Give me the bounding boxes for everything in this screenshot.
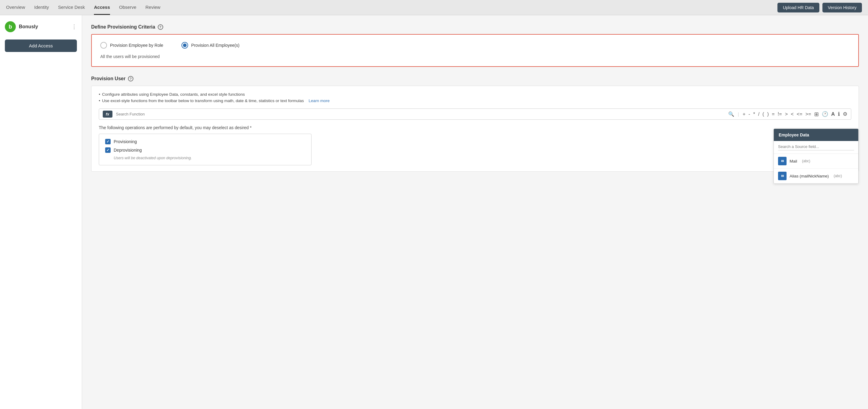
nav-items: Overview Identity Service Desk Access Ob…	[6, 0, 777, 15]
settings-icon[interactable]: ⚙	[843, 111, 847, 117]
alias-field-type: (abc)	[834, 174, 842, 178]
provision-all-employees-label: Provision All Employee(s)	[191, 43, 240, 48]
info-icon[interactable]: ℹ	[838, 111, 840, 117]
op-greater-eq[interactable]: >=	[805, 112, 811, 117]
provision-all-employees-option[interactable]: Provision All Employee(s)	[181, 42, 240, 49]
deprovisioning-checkbox-row: Deprovisioning	[105, 147, 305, 153]
bullet-item-2: Use excel-style functions from the toolb…	[99, 98, 851, 103]
grid-table-icon[interactable]: ⊞	[814, 111, 819, 118]
provision-by-role-option[interactable]: Provision Employee by Role	[100, 42, 163, 49]
criteria-title-text: Define Provisioning Criteria	[91, 24, 155, 30]
op-open-paren[interactable]: (	[763, 112, 764, 117]
main-content: Define Provisioning Criteria ? Provision…	[82, 15, 868, 409]
op-divide[interactable]: /	[758, 112, 759, 117]
version-history-button[interactable]: Version History	[823, 3, 862, 12]
sidebar-header: b Bonusly ⋮	[5, 21, 77, 35]
mail-field-type: (abc)	[802, 159, 810, 163]
top-nav: Overview Identity Service Desk Access Ob…	[0, 0, 868, 15]
nav-overview[interactable]: Overview	[6, 0, 25, 15]
layout: b Bonusly ⋮ Add Access Define Provisioni…	[0, 15, 868, 409]
criteria-box: Provision Employee by Role Provision All…	[91, 34, 859, 67]
nav-identity[interactable]: Identity	[34, 0, 49, 15]
radio-options-row: Provision Employee by Role Provision All…	[100, 42, 850, 49]
toolbar-ops: + - * / ( ) = != > < <= >= ⊞ 🕐	[743, 111, 848, 118]
provision-by-role-label: Provision Employee by Role	[110, 43, 163, 48]
operations-box: Provisioning Deprovisioning Users will b…	[99, 134, 312, 165]
provision-user-section: Provision User ? Configure attributes us…	[91, 76, 859, 172]
sidebar-menu-icon[interactable]: ⋮	[71, 23, 77, 30]
radio-inner-fill	[183, 43, 187, 47]
op-minus[interactable]: -	[749, 112, 750, 117]
op-not-equals[interactable]: !=	[778, 112, 782, 117]
mail-field-name: Mail	[789, 159, 797, 163]
app-logo: b	[5, 21, 16, 32]
employee-data-panel: Employee Data ✉ Mail (abc) ✉ Alias (mail…	[773, 129, 859, 184]
provision-user-title-text: Provision User	[91, 76, 126, 82]
provision-user-title: Provision User ?	[91, 76, 859, 82]
sidebar: b Bonusly ⋮ Add Access	[0, 15, 82, 409]
bullet-item-1: Configure attributes using Employee Data…	[99, 92, 851, 97]
alias-field-icon: ✉	[778, 172, 786, 180]
deprovisioning-checkbox[interactable]	[105, 147, 111, 153]
text-icon[interactable]: A	[831, 111, 835, 117]
nav-review[interactable]: Review	[146, 0, 160, 15]
criteria-description: All the users will be provisioned	[100, 54, 850, 59]
deprovisioning-label: Deprovisioning	[114, 148, 142, 153]
toolbar-divider: |	[738, 112, 739, 117]
fx-badge: fx	[103, 111, 113, 118]
field-mail[interactable]: ✉ Mail (abc)	[774, 154, 858, 169]
nav-observe[interactable]: Observe	[119, 0, 136, 15]
provision-user-help-icon[interactable]: ?	[128, 76, 133, 82]
panel-search	[774, 141, 858, 154]
employee-data-panel-header: Employee Data	[774, 129, 858, 141]
op-plus[interactable]: +	[743, 112, 746, 117]
mail-field-icon: ✉	[778, 157, 786, 165]
op-less-eq[interactable]: <=	[797, 112, 802, 117]
alias-field-name: Alias (mailNickName)	[789, 174, 829, 178]
search-icon[interactable]: 🔍	[728, 111, 734, 117]
search-function-input[interactable]	[116, 112, 724, 116]
provisioning-checkbox-row: Provisioning	[105, 139, 305, 144]
clock-icon[interactable]: 🕐	[822, 111, 828, 117]
learn-more-link[interactable]: Learn more	[309, 98, 330, 103]
upload-hr-data-button[interactable]: Upload HR Data	[777, 3, 819, 12]
radio-by-role[interactable]	[100, 42, 107, 49]
criteria-help-icon[interactable]: ?	[158, 24, 163, 30]
function-toolbar: fx 🔍 | + - * / ( ) = != > <	[99, 108, 851, 120]
op-equals[interactable]: =	[772, 112, 775, 117]
app-name: Bonusly	[19, 24, 38, 29]
provisioning-label: Provisioning	[114, 139, 137, 144]
add-access-button[interactable]: Add Access	[5, 39, 77, 52]
panel-search-input[interactable]	[778, 144, 854, 150]
provision-box: Configure attributes using Employee Data…	[91, 86, 859, 172]
sidebar-logo: b Bonusly	[5, 21, 38, 32]
provision-bullet-list: Configure attributes using Employee Data…	[99, 92, 851, 103]
criteria-section-title: Define Provisioning Criteria ?	[91, 24, 859, 30]
radio-all-employees[interactable]	[181, 42, 188, 49]
bullet2-text: Use excel-style functions from the toolb…	[102, 98, 304, 103]
nav-actions: Upload HR Data Version History	[777, 3, 862, 12]
op-less[interactable]: <	[791, 112, 794, 117]
nav-service-desk[interactable]: Service Desk	[58, 0, 85, 15]
deprovisioning-note: Users will be deactivated upon deprovisi…	[114, 156, 305, 160]
operations-label: The following operations are performed b…	[99, 125, 851, 130]
field-alias[interactable]: ✉ Alias (mailNickName) (abc)	[774, 169, 858, 184]
op-greater[interactable]: >	[785, 112, 788, 117]
nav-access[interactable]: Access	[94, 0, 110, 15]
op-multiply[interactable]: *	[753, 112, 755, 117]
provisioning-checkbox[interactable]	[105, 139, 111, 144]
op-close-paren[interactable]: )	[767, 112, 769, 117]
